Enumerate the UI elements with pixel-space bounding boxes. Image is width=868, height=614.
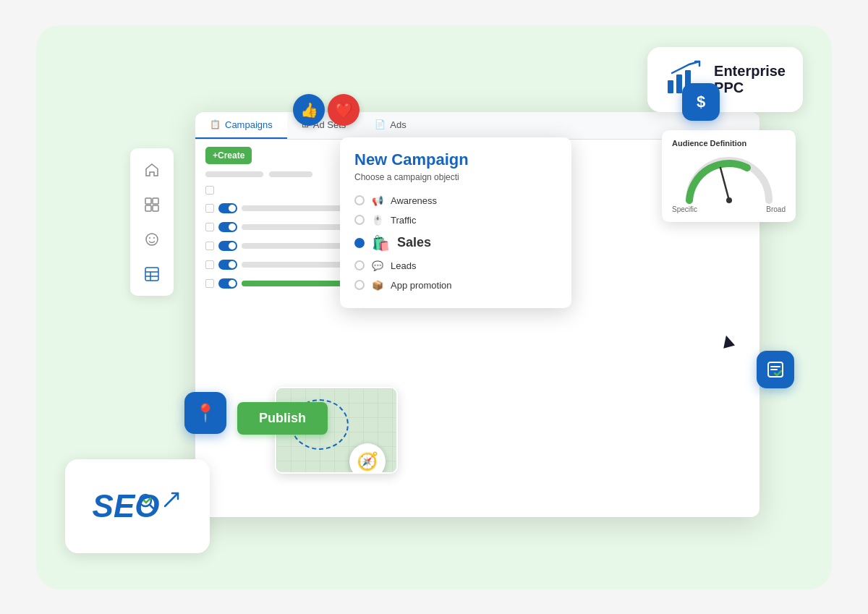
enterprise-subtitle: PPC bbox=[714, 80, 786, 96]
checklist-icon bbox=[765, 359, 786, 380]
checklist-button[interactable] bbox=[757, 351, 794, 388]
dollar-icon: $ bbox=[697, 93, 705, 111]
leads-label: Leads bbox=[391, 260, 416, 271]
map-compass: 🧭 bbox=[349, 443, 386, 474]
radio-leads[interactable] bbox=[354, 260, 365, 270]
create-button[interactable]: +Create bbox=[205, 147, 252, 164]
campaigns-tab-icon: 📋 bbox=[210, 119, 221, 129]
awareness-icon: 📢 bbox=[372, 195, 383, 206]
svg-rect-8 bbox=[145, 205, 151, 211]
sidebar bbox=[130, 148, 174, 296]
svg-line-17 bbox=[720, 168, 729, 200]
tab-ads[interactable]: 📄 Ads bbox=[360, 112, 420, 139]
toggle-2[interactable] bbox=[218, 203, 237, 213]
list-row-4 bbox=[205, 239, 352, 252]
svg-rect-0 bbox=[668, 80, 673, 93]
app-promotion-icon: 📦 bbox=[372, 280, 383, 291]
enterprise-title: Enterprise bbox=[714, 63, 786, 80]
audience-gauge bbox=[678, 153, 780, 204]
svg-point-12 bbox=[153, 237, 155, 239]
radio-awareness[interactable] bbox=[354, 195, 365, 205]
checkbox-1[interactable] bbox=[205, 186, 214, 195]
gauge-container: Specific Broad bbox=[672, 153, 786, 213]
list-bar-2 bbox=[242, 205, 352, 211]
radio-app-promotion[interactable] bbox=[354, 280, 365, 290]
svg-rect-13 bbox=[145, 268, 158, 281]
awareness-label: Awareness bbox=[391, 195, 437, 206]
checkbox-6[interactable] bbox=[205, 279, 214, 288]
list-row-5 bbox=[205, 258, 352, 271]
tab-campaigns[interactable]: 📋 Campaigns bbox=[195, 112, 287, 139]
list-row-2 bbox=[205, 202, 352, 215]
seo-logo: SE O bbox=[93, 488, 183, 524]
new-campaign-title: New Campaign bbox=[354, 150, 557, 169]
tab-campaigns-label: Campaigns bbox=[225, 119, 273, 130]
list-bar-6 bbox=[242, 281, 352, 286]
checkbox-4[interactable] bbox=[205, 242, 214, 250]
seo-card: SE O bbox=[65, 459, 210, 553]
svg-point-10 bbox=[146, 234, 158, 245]
main-container: Enterprise PPC SE O 👍 bbox=[36, 25, 832, 589]
option-sales[interactable]: 🛍️ Sales bbox=[354, 230, 557, 256]
svg-point-18 bbox=[726, 197, 732, 203]
option-leads[interactable]: 💬 Leads bbox=[354, 256, 557, 276]
heart-button[interactable]: ❤️ bbox=[328, 94, 359, 126]
list-row-3 bbox=[205, 221, 352, 234]
enterprise-card: Enterprise PPC bbox=[647, 47, 803, 112]
svg-rect-6 bbox=[145, 198, 151, 204]
toggle-4[interactable] bbox=[218, 241, 237, 251]
svg-rect-9 bbox=[153, 205, 158, 211]
svg-rect-1 bbox=[676, 74, 682, 93]
list-row-6 bbox=[205, 277, 352, 290]
new-campaign-subtitle: Choose a campaign objecti bbox=[354, 172, 557, 182]
traffic-label: Traffic bbox=[391, 215, 416, 226]
checkbox-5[interactable] bbox=[205, 260, 214, 269]
sidebar-grid-icon[interactable] bbox=[142, 195, 162, 215]
social-reactions: 👍 ❤️ bbox=[293, 94, 359, 126]
sidebar-emoji-icon[interactable] bbox=[142, 229, 162, 250]
app-promotion-label: App promotion bbox=[391, 280, 452, 291]
leads-icon: 💬 bbox=[372, 260, 383, 271]
option-traffic[interactable]: 🖱️ Traffic bbox=[354, 210, 557, 230]
svg-line-5 bbox=[165, 493, 178, 506]
svg-line-4 bbox=[150, 505, 156, 511]
radio-sales[interactable] bbox=[354, 238, 365, 248]
new-campaign-panel: New Campaign Choose a campaign objecti 📢… bbox=[340, 137, 571, 308]
list-bar-4 bbox=[242, 243, 352, 249]
sales-icon: 🛍️ bbox=[372, 234, 390, 252]
option-awareness[interactable]: 📢 Awareness bbox=[354, 191, 557, 210]
toggle-3[interactable] bbox=[218, 222, 237, 232]
list-bar-3 bbox=[242, 224, 352, 230]
radio-traffic[interactable] bbox=[354, 215, 365, 225]
audience-title: Audience Definition bbox=[672, 139, 786, 148]
location-button[interactable]: 📍 bbox=[184, 392, 226, 434]
tab-ads-label: Ads bbox=[390, 119, 406, 130]
toggle-5[interactable] bbox=[218, 260, 237, 270]
broad-label: Broad bbox=[766, 205, 786, 213]
enterprise-text: Enterprise PPC bbox=[714, 63, 786, 96]
sales-label: Sales bbox=[397, 235, 431, 250]
thumbs-up-icon: 👍 bbox=[300, 101, 318, 119]
svg-rect-7 bbox=[153, 198, 158, 204]
heart-icon: ❤️ bbox=[335, 101, 353, 119]
gauge-labels: Specific Broad bbox=[672, 205, 786, 213]
option-app-promotion[interactable]: 📦 App promotion bbox=[354, 276, 557, 295]
checkbox-3[interactable] bbox=[205, 223, 214, 231]
publish-button[interactable]: Publish bbox=[237, 402, 328, 435]
ads-tab-icon: 📄 bbox=[375, 119, 386, 129]
list-bar-5 bbox=[242, 262, 352, 268]
like-button[interactable]: 👍 bbox=[293, 94, 325, 126]
list-row-1 bbox=[205, 184, 352, 196]
specific-label: Specific bbox=[672, 205, 697, 213]
location-icon: 📍 bbox=[195, 403, 216, 423]
traffic-icon: 🖱️ bbox=[372, 215, 383, 226]
audience-card: Audience Definition Specific Broad bbox=[662, 130, 796, 222]
toggle-6[interactable] bbox=[218, 278, 237, 289]
sidebar-home-icon[interactable] bbox=[142, 160, 162, 180]
svg-point-11 bbox=[149, 237, 150, 239]
sidebar-table-icon[interactable] bbox=[142, 264, 162, 284]
dollar-button[interactable]: $ bbox=[682, 83, 720, 121]
checkbox-2[interactable] bbox=[205, 204, 214, 213]
